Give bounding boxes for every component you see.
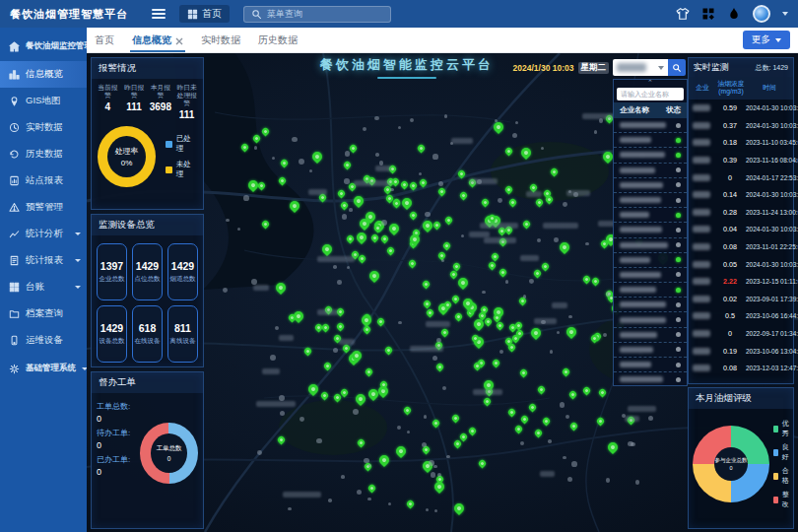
sidebar-item-2[interactable]: 实时数据 — [0, 114, 87, 141]
company-select[interactable] — [613, 59, 668, 76]
map-marker-pin[interactable] — [402, 406, 412, 416]
map-marker-pin[interactable] — [261, 126, 271, 136]
map-marker-pin[interactable] — [504, 185, 514, 195]
tab-3[interactable]: 历史数据 — [258, 28, 298, 52]
map-marker-pin[interactable] — [337, 188, 347, 198]
map-marker-pin[interactable] — [542, 416, 552, 426]
company-list-row[interactable] — [614, 208, 687, 223]
map-marker-pin[interactable] — [360, 313, 373, 327]
sidebar-item-5[interactable]: 预警管理 — [0, 194, 87, 221]
map-marker-pin[interactable] — [256, 181, 266, 191]
company-list-row[interactable] — [614, 268, 687, 283]
map-marker-pin[interactable] — [319, 391, 329, 401]
company-list-row[interactable] — [614, 253, 687, 268]
map-marker-pin[interactable] — [468, 426, 478, 435]
map-marker-pin[interactable] — [533, 429, 543, 438]
map-marker-pin[interactable] — [598, 387, 608, 397]
map-marker-pin[interactable] — [582, 275, 592, 285]
map-marker-pin[interactable] — [450, 294, 460, 303]
map-marker-pin[interactable] — [251, 133, 261, 143]
map-marker-pin[interactable] — [354, 392, 367, 406]
realtime-row[interactable]: 0.082023-12-03 12:47:00 — [689, 360, 793, 377]
map-marker-pin[interactable] — [481, 198, 491, 208]
map-marker-pin[interactable] — [405, 499, 415, 509]
company-list-row[interactable] — [614, 164, 687, 178]
map-marker-pin[interactable] — [519, 146, 533, 160]
map-marker-pin[interactable] — [503, 147, 513, 157]
map-marker-pin[interactable] — [352, 194, 366, 208]
realtime-row[interactable]: 0.042024-01-30 10:03:00 — [689, 221, 793, 238]
realtime-row[interactable]: 0.182023-11-10 03:45:00 — [689, 134, 793, 152]
map-marker-pin[interactable] — [561, 367, 570, 377]
realtime-row[interactable]: 02024-01-17 22:53:00 — [689, 168, 793, 186]
company-list-row[interactable] — [614, 343, 687, 358]
map-marker-pin[interactable] — [408, 180, 418, 190]
company-list-row[interactable] — [614, 298, 687, 312]
map-marker-pin[interactable] — [451, 414, 461, 424]
map-marker-pin[interactable] — [357, 438, 366, 448]
map-marker-pin[interactable] — [358, 254, 367, 264]
company-list-row[interactable] — [614, 358, 687, 372]
map-marker-pin[interactable] — [387, 222, 401, 235]
sidebar-item-9[interactable]: 档案查询 — [0, 300, 87, 327]
map-marker-pin[interactable] — [384, 346, 394, 356]
company-list-row[interactable] — [614, 312, 687, 327]
map-marker-pin[interactable] — [339, 200, 349, 210]
map-marker-pin[interactable] — [529, 326, 543, 340]
sidebar-item-6[interactable]: 统计分析 — [0, 221, 87, 247]
company-list-row[interactable] — [614, 372, 687, 385]
map-marker-pin[interactable] — [568, 422, 578, 432]
company-list-row[interactable] — [614, 328, 687, 343]
map-marker-pin[interactable] — [321, 323, 331, 333]
map-marker-pin[interactable] — [375, 317, 385, 327]
map-marker-pin[interactable] — [491, 359, 500, 368]
realtime-row[interactable]: 0.052024-01-30 10:03:00 — [689, 255, 793, 273]
realtime-row[interactable]: 0.282023-11-24 13:00:00 — [689, 204, 793, 222]
map-marker-pin[interactable] — [508, 197, 518, 207]
realtime-row[interactable]: 0.082023-11-01 22:25:00 — [689, 238, 793, 256]
map-marker-pin[interactable] — [550, 167, 560, 177]
map-marker-pin[interactable] — [346, 233, 356, 243]
map-marker-pin[interactable] — [507, 408, 517, 418]
sidebar-item-3[interactable]: 历史数据 — [0, 141, 87, 167]
map-marker-pin[interactable] — [274, 281, 288, 295]
map-marker-pin[interactable] — [456, 169, 466, 179]
breadcrumb-home[interactable]: 首页 — [179, 5, 230, 23]
map-marker-pin[interactable] — [277, 435, 287, 445]
sidebar-item-1[interactable]: GIS地图 — [0, 88, 87, 114]
map-marker-pin[interactable] — [377, 453, 391, 467]
company-list-row[interactable] — [614, 178, 687, 193]
map-marker-pin[interactable] — [527, 403, 537, 413]
company-list-row[interactable] — [614, 118, 687, 133]
map-marker-pin[interactable] — [310, 150, 324, 164]
map-marker-pin[interactable] — [336, 322, 346, 332]
company-list-row[interactable] — [614, 148, 687, 163]
map-marker-pin[interactable] — [439, 328, 449, 338]
sidebar-item-7[interactable]: 统计报表 — [0, 247, 87, 274]
map-marker-pin[interactable] — [394, 444, 408, 458]
company-list-row[interactable] — [614, 283, 687, 298]
company-list-row[interactable] — [614, 223, 687, 237]
more-button[interactable]: 更多 — [743, 31, 790, 49]
map-marker-pin[interactable] — [533, 268, 543, 278]
tab-0[interactable]: 首页 — [95, 28, 114, 52]
map-marker-pin[interactable] — [260, 220, 270, 230]
map-marker-pin[interactable] — [459, 190, 469, 200]
company-list-row[interactable] — [614, 133, 687, 148]
map-marker-pin[interactable] — [342, 344, 352, 354]
map-marker-pin[interactable] — [322, 361, 332, 370]
map-marker-pin[interactable] — [288, 199, 301, 213]
map-marker-pin[interactable] — [567, 390, 577, 400]
realtime-row[interactable]: 0.52023-10-06 16:44:00 — [689, 307, 793, 325]
map-marker-pin[interactable] — [408, 259, 418, 269]
company-list-row[interactable] — [614, 193, 687, 208]
menu-toggle-icon[interactable] — [152, 9, 166, 19]
components-icon[interactable] — [701, 7, 715, 21]
map-marker-pin[interactable] — [432, 220, 441, 230]
map-marker-pin[interactable] — [606, 440, 620, 454]
map-marker-pin[interactable] — [498, 267, 507, 277]
map-marker-pin[interactable] — [426, 307, 435, 317]
menu-search-input[interactable]: 菜单查询 — [243, 6, 391, 23]
map-marker-pin[interactable] — [490, 252, 499, 262]
company-search-button[interactable] — [668, 59, 686, 76]
